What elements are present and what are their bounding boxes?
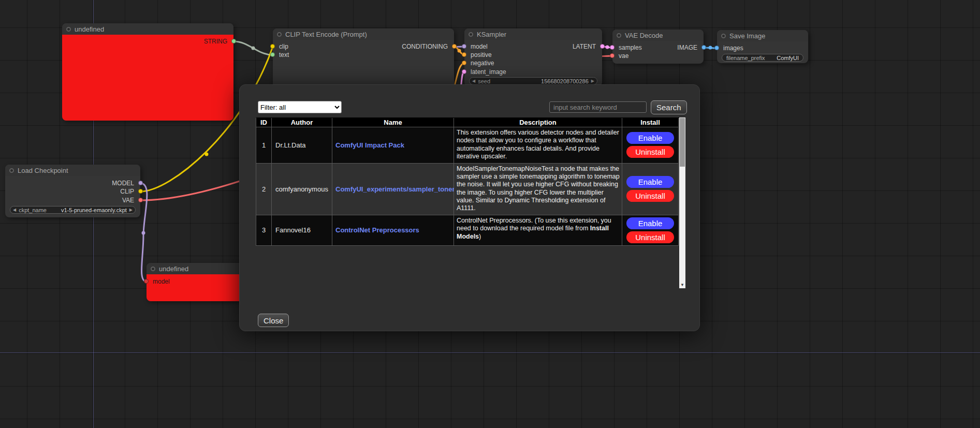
collapse-dot-icon[interactable] (151, 267, 155, 271)
collapse-dot-icon[interactable] (469, 32, 473, 37)
table-row: 2 comfyanonymous ComfyUI_experiments/sam… (256, 164, 679, 215)
extension-link[interactable]: ComfyUI_experiments/sampler_tonemap (335, 185, 466, 193)
input-slot-vae: vae (612, 52, 704, 60)
enable-button[interactable]: Enable (626, 132, 674, 144)
collapse-dot-icon[interactable] (9, 168, 14, 173)
cell-author: Fannovel16 (272, 215, 332, 246)
uninstall-button[interactable]: Uninstall (626, 146, 674, 158)
cell-id: 3 (256, 215, 272, 246)
manager-dialog: Filter: all Search ID Author Name Descri… (239, 84, 700, 331)
combo-right-arrow-icon[interactable]: ▶ (127, 206, 135, 213)
table-row: 1 Dr.Lt.Data ComfyUI Impact Pack This ex… (256, 127, 679, 164)
extension-link[interactable]: ControlNet Preprocessors (335, 226, 419, 234)
output-slot-vae: VAE (5, 197, 140, 204)
link-dot (205, 153, 209, 156)
search-input[interactable] (549, 101, 647, 113)
search-button[interactable]: Search (651, 100, 687, 114)
scroll-down-button[interactable]: ▼ (679, 282, 685, 288)
combo-left-arrow-icon[interactable]: ◀ (470, 78, 478, 84)
close-button[interactable]: Close (258, 314, 289, 327)
node-error-body (62, 35, 233, 121)
node-title: VAE Decode (625, 32, 663, 39)
node-title: KSampler (477, 31, 506, 38)
scrollbar-thumb[interactable] (680, 118, 685, 167)
slot-dot-image[interactable] (701, 45, 706, 50)
input-slot-text: text (273, 51, 454, 58)
header-description: Description (454, 118, 622, 127)
enable-button[interactable]: Enable (626, 176, 674, 188)
output-slot-conditioning: CONDITIONING (273, 43, 454, 50)
cell-install: Enable Uninstall (622, 127, 679, 164)
header-id: ID (256, 118, 272, 127)
slot-dot-model[interactable] (144, 279, 149, 284)
output-slot-clip: CLIP (5, 188, 140, 195)
link-dot (606, 46, 609, 49)
node-header[interactable]: Save Image (717, 30, 808, 41)
combo-right-arrow-icon[interactable]: ▶ (589, 78, 597, 84)
link-dot (142, 231, 145, 235)
slot-dot-clip[interactable] (138, 189, 143, 194)
uninstall-button[interactable]: Uninstall (626, 190, 674, 202)
node-undefined-string[interactable]: undefined STRING (62, 23, 233, 121)
slot-dot-positive[interactable] (462, 52, 466, 57)
link-dot (709, 46, 712, 50)
collapse-dot-icon[interactable] (66, 27, 71, 32)
input-slot-positive: positive (464, 51, 602, 58)
uninstall-button[interactable]: Uninstall (626, 231, 674, 243)
filter-select[interactable]: Filter: all (258, 101, 342, 113)
output-slot-image: IMAGE (612, 44, 704, 51)
node-title: Save Image (729, 32, 765, 40)
header-name: Name (332, 118, 454, 127)
table-header-row: ID Author Name Description Install (256, 118, 679, 127)
node-load-checkpoint[interactable]: Load Checkpoint MODEL CLIP VAE ◀ ckpt_na… (5, 165, 140, 217)
slot-dot-images[interactable] (714, 46, 719, 50)
node-header[interactable]: undefined (62, 23, 233, 35)
input-slot-images: images (717, 45, 808, 52)
combo-left-arrow-icon[interactable]: ◀ (10, 206, 19, 213)
enable-button[interactable]: Enable (626, 217, 674, 229)
node-header[interactable]: CLIP Text Encode (Prompt) (273, 28, 454, 40)
node-title: undefined (159, 265, 188, 273)
seed-widget[interactable]: ◀ seed 156680208700286 ▶ (469, 77, 597, 85)
node-save-image[interactable]: Save Image images filename_prefix ComfyU… (717, 30, 808, 63)
slot-dot-string[interactable] (231, 39, 236, 43)
slot-dot-latent-image[interactable] (462, 69, 466, 74)
cell-name: ComfyUI Impact Pack (332, 127, 454, 164)
node-title: CLIP Text Encode (Prompt) (285, 31, 367, 38)
table-scrollbar[interactable]: ▼ (679, 117, 685, 288)
node-title: Load Checkpoint (18, 167, 68, 174)
collapse-dot-icon[interactable] (721, 34, 726, 38)
header-author: Author (272, 118, 332, 127)
collapse-dot-icon[interactable] (277, 32, 282, 37)
slot-dot-vae[interactable] (138, 198, 143, 202)
extension-table: ID Author Name Description Install 1 Dr.… (256, 117, 679, 246)
output-slot-model: MODEL (5, 180, 140, 187)
ckpt-name-widget[interactable]: ◀ ckpt_name v1-5-pruned-emaonly.ckpt ▶ (10, 206, 136, 214)
node-ksampler[interactable]: KSampler model positive negative latent_… (464, 28, 602, 86)
filename-prefix-widget[interactable]: filename_prefix ComfyUI (722, 54, 803, 62)
down-arrow-icon: ▼ (680, 283, 684, 287)
node-title: undefined (75, 25, 104, 33)
extension-link[interactable]: ComfyUI Impact Pack (335, 141, 404, 149)
slot-dot-model[interactable] (138, 181, 143, 185)
cell-author: Dr.Lt.Data (272, 127, 332, 164)
output-slot-latent: LATENT (464, 43, 602, 50)
link-dot (252, 47, 255, 50)
node-vae-decode[interactable]: VAE Decode samples vae IMAGE (612, 29, 704, 64)
cell-id: 1 (256, 127, 272, 164)
slot-dot-conditioning[interactable] (452, 44, 457, 49)
collapse-dot-icon[interactable] (617, 33, 621, 38)
slot-dot-vae[interactable] (610, 53, 615, 58)
cell-install: Enable Uninstall (622, 215, 679, 246)
slot-dot-text[interactable] (270, 52, 275, 57)
node-header[interactable]: KSampler (464, 28, 602, 40)
node-header[interactable]: VAE Decode (612, 29, 704, 41)
table-row: 3 Fannovel16 ControlNet Preprocessors Co… (256, 215, 679, 246)
cell-author: comfyanonymous (272, 164, 332, 215)
node-header[interactable]: Load Checkpoint (5, 165, 140, 176)
slot-dot-latent[interactable] (600, 44, 605, 49)
link-dot (458, 49, 461, 53)
graph-canvas[interactable]: undefined STRING CLIP Text Encode (Promp… (0, 0, 980, 428)
cell-description: ControlNet Preprocessors. (To use this e… (454, 215, 622, 246)
slot-dot-negative[interactable] (462, 61, 466, 65)
